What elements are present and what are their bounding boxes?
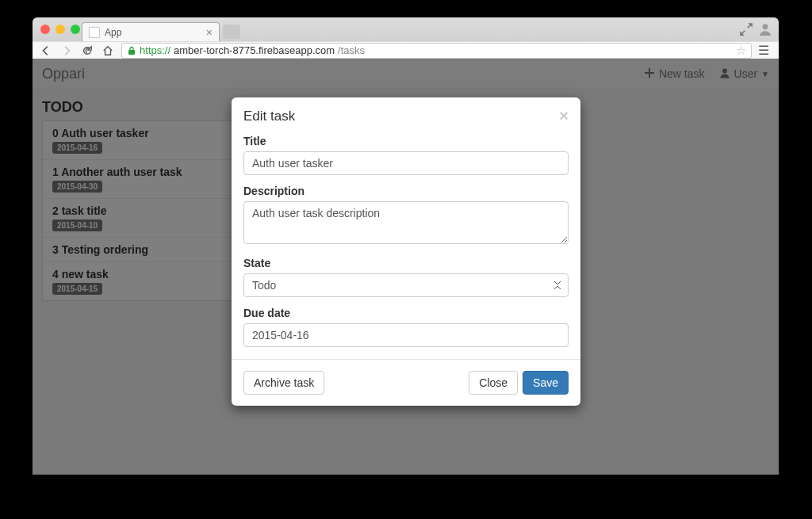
modal-title: Edit task	[243, 109, 295, 124]
url-path: /tasks	[338, 44, 365, 56]
url-scheme: https://	[140, 44, 170, 56]
description-label: Description	[243, 185, 569, 197]
browser-toolbar: https://amber-torch-8775.firebaseapp.com…	[33, 41, 779, 59]
due-date-label: Due date	[243, 307, 569, 319]
state-select[interactable]: Todo	[243, 273, 569, 297]
svg-point-0	[763, 24, 768, 29]
description-textarea[interactable]: Auth user task description	[243, 201, 569, 244]
favicon-icon	[89, 27, 100, 38]
browser-tab[interactable]: App ×	[82, 22, 220, 41]
address-bar[interactable]: https://amber-torch-8775.firebaseapp.com…	[121, 43, 752, 59]
browser-menu-icon[interactable]: ☰	[758, 43, 772, 58]
back-button[interactable]	[39, 44, 53, 58]
title-input[interactable]	[243, 151, 569, 175]
maximize-window-button[interactable]	[71, 25, 80, 34]
forward-button[interactable]	[59, 44, 74, 58]
browser-chrome: App ×	[33, 17, 779, 59]
page-viewport: Oppari New task User ▼ TODO	[33, 59, 779, 475]
bookmark-star-icon[interactable]: ☆	[736, 44, 746, 58]
modal-header: Edit task ×	[232, 97, 580, 135]
url-domain: amber-torch-8775.firebaseapp.com	[174, 44, 335, 56]
profile-icon[interactable]	[758, 22, 772, 36]
window-controls	[40, 25, 80, 34]
svg-rect-1	[128, 50, 135, 55]
modal-footer: Archive task Close Save	[232, 359, 580, 406]
new-tab-button[interactable]	[223, 25, 240, 39]
archive-button[interactable]: Archive task	[243, 371, 324, 395]
close-tab-icon[interactable]: ×	[206, 26, 213, 39]
close-button[interactable]: Close	[469, 371, 518, 395]
modal-body: Title Description Auth user task descrip…	[232, 135, 580, 359]
edit-task-modal: Edit task × Title Description Auth user …	[232, 97, 580, 406]
due-date-input[interactable]	[243, 323, 569, 347]
minimize-window-button[interactable]	[56, 25, 65, 34]
reload-button[interactable]	[80, 44, 94, 58]
close-window-button[interactable]	[40, 25, 50, 34]
lock-icon	[127, 46, 136, 55]
browser-window: App ×	[33, 17, 779, 475]
tab-title: App	[105, 27, 121, 38]
title-label: Title	[243, 135, 569, 147]
close-icon[interactable]: ×	[559, 107, 569, 125]
home-button[interactable]	[101, 44, 115, 58]
fullscreen-icon[interactable]	[739, 22, 753, 36]
save-button[interactable]: Save	[523, 371, 569, 395]
state-label: State	[243, 257, 569, 269]
